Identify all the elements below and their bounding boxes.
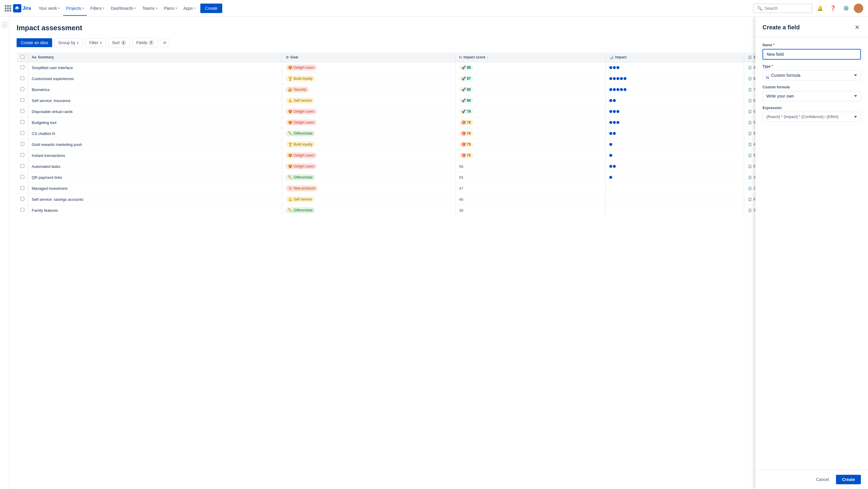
type-select[interactable]: Custom formula Number Text Date xyxy=(763,70,861,80)
summary-text: QR payment links xyxy=(32,175,62,180)
nav-filters[interactable]: Filters ▾ xyxy=(87,4,107,13)
group-by-button[interactable]: Group by + xyxy=(55,38,83,47)
score-pill: 🚀 79 xyxy=(459,109,473,114)
goal-tag: ✏️ Differentiate xyxy=(286,131,315,136)
sort-label: Sort xyxy=(112,40,120,45)
score-cell: 🎯 78 xyxy=(455,117,606,128)
row-checkbox[interactable] xyxy=(21,153,24,157)
settings-button[interactable]: ⚙️ xyxy=(841,3,851,13)
search-input[interactable] xyxy=(765,6,808,11)
expression-select[interactable]: {Reach} * {Impact} * {Confidence} / {Eff… xyxy=(763,112,861,122)
score-cell: 🚀 97 xyxy=(455,73,606,84)
summary-text: CS chatbot AI xyxy=(32,132,55,136)
scale-icon: ⚖️ xyxy=(748,77,752,81)
formula-icon: fx xyxy=(459,55,462,59)
fields-button[interactable]: Fields 7 xyxy=(132,38,158,48)
impact-cell xyxy=(606,62,744,73)
row-checkbox[interactable] xyxy=(21,131,24,135)
row-checkbox[interactable] xyxy=(21,186,24,190)
sidebar-toggle-btn[interactable]: › xyxy=(1,21,8,28)
row-checkbox[interactable] xyxy=(21,109,24,113)
nav-teams[interactable]: Teams ▾ xyxy=(139,4,160,13)
page-title: Impact assessment xyxy=(17,24,861,32)
goal-tag: 💪 Self service xyxy=(286,196,314,202)
scale-icon: ⚖️ xyxy=(748,55,752,59)
impact-dots xyxy=(609,165,741,168)
row-checkbox[interactable] xyxy=(21,65,24,69)
row-checkbox[interactable] xyxy=(21,197,24,201)
score-cell: 36 xyxy=(455,205,606,216)
type-label: Type * xyxy=(763,64,861,68)
search-box[interactable]: 🔍 xyxy=(753,4,812,13)
select-all-checkbox[interactable] xyxy=(21,55,24,59)
summary-text: Family features xyxy=(32,208,58,212)
nav-plans[interactable]: Plans ▾ xyxy=(161,4,180,13)
summary-text: Instant transactions xyxy=(32,153,65,158)
grid-menu-icon[interactable] xyxy=(5,5,11,11)
score-pill: 🚀 98 xyxy=(459,65,473,70)
goal-tag: 😍 Delight users xyxy=(286,109,316,114)
row-check-cell xyxy=(17,106,28,117)
refresh-button[interactable]: ⟳ xyxy=(160,38,170,47)
row-checkbox[interactable] xyxy=(21,76,24,80)
formula-select[interactable]: Write your own RICE score ICE score xyxy=(763,91,861,101)
name-input[interactable] xyxy=(763,49,861,60)
nav-dashboards[interactable]: Dashboards ▾ xyxy=(108,4,139,13)
score-pill: 🎯 75 xyxy=(459,142,473,147)
goal-cell: 🏆 Build loyalty xyxy=(282,73,456,84)
chevron-icon: ▾ xyxy=(156,6,157,10)
summary-cell: Gold rewards marketing push xyxy=(28,139,282,150)
row-checkbox[interactable] xyxy=(21,120,24,124)
cancel-button[interactable]: Cancel xyxy=(811,475,834,484)
jira-logo[interactable]: Jira xyxy=(13,4,31,12)
nav-your-work[interactable]: Your work ▾ xyxy=(36,4,63,13)
row-checkbox[interactable] xyxy=(21,164,24,168)
table-row: Self service: savings accounts 💪 Self se… xyxy=(17,194,861,205)
sidebar-toggle[interactable]: › xyxy=(0,17,9,489)
customer-num: 3 xyxy=(753,208,755,212)
impact-cell xyxy=(606,150,744,161)
scale-icon: ⚖️ xyxy=(748,132,752,136)
row-checkbox[interactable] xyxy=(21,208,24,212)
goal-cell: 🔐 Security xyxy=(282,84,456,95)
create-button[interactable]: Create xyxy=(200,4,222,13)
help-button[interactable]: ❓ xyxy=(828,3,838,13)
nav-right: 🔍 🔔 ❓ ⚙️ xyxy=(753,3,863,13)
nav-apps[interactable]: Apps ▾ xyxy=(181,4,198,13)
row-checkbox[interactable] xyxy=(21,175,24,179)
create-idea-button[interactable]: Create an idea xyxy=(17,38,52,47)
scale-icon: ⚖️ xyxy=(748,164,752,168)
impact-cell xyxy=(606,106,744,117)
panel-body: Name * Type * fx Custom formula Number T… xyxy=(755,37,868,470)
filter-button[interactable]: Filter + xyxy=(85,38,106,47)
scale-icon: ⚖️ xyxy=(748,153,752,157)
summary-text: Managed investment xyxy=(32,186,68,191)
sort-button[interactable]: Sort 1 xyxy=(108,38,130,48)
user-avatar[interactable] xyxy=(854,4,863,13)
chevron-icon: ▾ xyxy=(82,6,84,10)
nav-projects[interactable]: Projects ▾ xyxy=(63,4,87,13)
table-header-row: Aa Summary ⊙ Goal fx Impact score xyxy=(17,53,861,62)
row-check-cell xyxy=(17,62,28,73)
goal-cell: ✏️ Differentiate xyxy=(282,172,456,183)
score-cell: 56 xyxy=(455,161,606,172)
summary-cell: Self service: insurance xyxy=(28,95,282,106)
goal-cell: 💪 Self service xyxy=(282,194,456,205)
panel-create-button[interactable]: Create xyxy=(836,475,861,484)
score-cell: 🎯 70 xyxy=(455,150,606,161)
goal-tag: 😍 Delight users xyxy=(286,164,316,169)
scale-icon: ⚖️ xyxy=(748,175,752,179)
row-checkbox[interactable] xyxy=(21,87,24,91)
goal-tag: 🔐 Security xyxy=(286,87,309,92)
score-cell: 🚀 79 xyxy=(455,106,606,117)
table-row: Simplified user interface 😍 Delight user… xyxy=(17,62,861,73)
group-by-label: Group by xyxy=(58,40,75,45)
impact-dots xyxy=(609,121,741,124)
row-checkbox[interactable] xyxy=(21,98,24,102)
panel-close-button[interactable]: ✕ xyxy=(854,23,861,32)
notifications-button[interactable]: 🔔 xyxy=(815,3,825,13)
col-header-check xyxy=(17,53,28,62)
summary-cell: Simplified user interface xyxy=(28,62,282,73)
row-checkbox[interactable] xyxy=(21,142,24,146)
score-pill: 🚀 80 xyxy=(459,98,473,103)
